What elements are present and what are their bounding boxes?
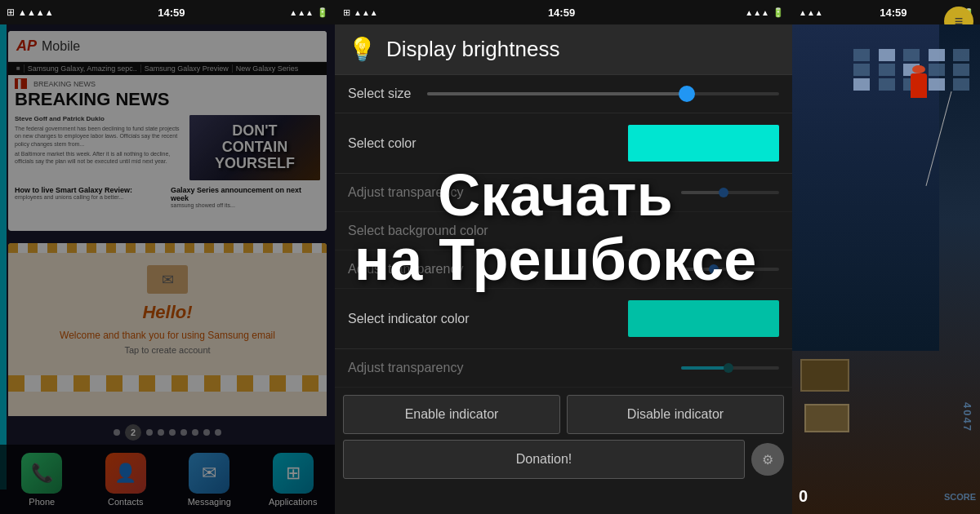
dot-9[interactable]	[215, 429, 221, 436]
android-icon: ⊞	[7, 7, 15, 18]
battery-icon-left: 🔋	[317, 7, 328, 18]
messaging-symbol: ✉	[202, 463, 216, 484]
window-12	[879, 78, 895, 91]
enable-indicator-button[interactable]: Enable indicator	[343, 395, 560, 434]
mobile-label: Mobile	[42, 39, 80, 54]
ap-logo: AP	[16, 38, 37, 55]
gear-icon: ⚙	[762, 452, 773, 467]
select-color-row: Select color	[335, 113, 792, 174]
window-2	[879, 49, 895, 61]
transparency-slider-1[interactable]	[681, 191, 779, 194]
news-text-block: Steve Goff and Patrick Duklo The federal…	[15, 115, 185, 180]
bulb-icon: 💡	[348, 36, 376, 63]
transparency-thumb-3[interactable]	[724, 363, 733, 373]
window-14	[929, 78, 945, 91]
transparency-slider-fill-3	[681, 366, 725, 370]
status-time-right: 14:59	[880, 7, 906, 19]
news-card[interactable]: AP Mobile ■ Samsung Galaxy, Amazing sepc…	[8, 31, 327, 231]
window-4	[929, 49, 945, 61]
dock-contacts[interactable]: 👤 Contacts	[93, 453, 158, 507]
color-swatch[interactable]	[628, 125, 779, 162]
transparency-thumb-1[interactable]	[719, 188, 728, 197]
dock-contacts-label: Contacts	[108, 497, 143, 507]
indicator-color-swatch[interactable]	[628, 300, 779, 337]
email-welcome: Welcome and thank you for using Samsung …	[20, 330, 314, 341]
article-body-2: at Baltimore market this week. After it …	[15, 150, 185, 165]
right-panel: ▲▲▲ 14:59 🔋 ≡	[792, 0, 980, 514]
adjust-transparency-label-1: Adjust transparency	[348, 185, 463, 200]
email-tap[interactable]: Tap to create account	[20, 345, 314, 355]
dot-3[interactable]	[146, 429, 153, 436]
apps-symbol: ⊞	[286, 463, 301, 484]
bottom-dock: 📞 Phone 👤 Contacts ✉ Messaging ⊞ Applica…	[0, 445, 335, 514]
signal-icon-mid-r: ▲▲▲	[745, 8, 769, 17]
news-image-text: DON'TCONTAINYOURSELF	[215, 123, 295, 171]
dock-messaging[interactable]: ✉ Messaging	[176, 453, 242, 507]
status-bar-mid: ⊞ ▲▲▲ 14:59 ▲▲▲ 🔋	[335, 0, 792, 24]
dock-applications-label: Applications	[269, 497, 317, 507]
settings-buttons: Enable indicator Disable indicator	[335, 388, 792, 441]
dot-4[interactable]	[158, 429, 164, 436]
game-box-1	[800, 359, 849, 392]
status-icons-left: ⊞ ▲▲▲▲	[7, 7, 54, 18]
transparency-slider-2[interactable]	[681, 268, 779, 271]
transparency-thumb-2[interactable]	[709, 264, 719, 274]
window-15	[953, 78, 969, 91]
messaging-icon[interactable]: ✉	[189, 453, 229, 494]
dot-1[interactable]	[114, 429, 120, 436]
apps-icon[interactable]: ⊞	[273, 453, 314, 494]
news-tab-new: New Galaxy Series	[233, 64, 302, 73]
article-body: The federal government has been declinin…	[15, 125, 185, 147]
dock-messaging-label: Messaging	[188, 497, 231, 507]
dot-5[interactable]	[169, 429, 176, 436]
news-bottom-title-2: Galaxy Series announcement on next week	[171, 186, 320, 202]
size-slider-container[interactable]	[427, 92, 779, 95]
breaking-sub: BREAKING NEWS	[33, 80, 96, 88]
select-indicator-color-row: Select indicator color	[335, 289, 792, 349]
window-3	[903, 49, 920, 61]
contacts-icon[interactable]: 👤	[105, 453, 146, 494]
breaking-label: ▌	[15, 78, 27, 89]
dot-6[interactable]	[180, 429, 187, 436]
breaking-title: BREAKING NEWS	[15, 91, 320, 109]
phone-icon[interactable]: 📞	[21, 453, 62, 494]
size-slider-thumb[interactable]	[679, 86, 695, 102]
email-card[interactable]: ✉ Hello! Welcome and thank you for using…	[8, 243, 327, 416]
dots-bar: 2	[0, 424, 335, 441]
brightness-title: Display brightness	[386, 37, 559, 62]
game-box-2	[804, 404, 849, 432]
dot-8[interactable]	[203, 429, 210, 436]
window-1	[853, 49, 870, 61]
breaking-news-section: ▌ BREAKING NEWS BREAKING NEWS	[8, 75, 327, 112]
android-icon-mid: ⊞	[343, 7, 350, 18]
select-indicator-color-label: Select indicator color	[348, 312, 470, 326]
news-image-block: DON'TCONTAINYOURSELF	[189, 115, 320, 180]
window-7	[879, 64, 895, 76]
news-tab-1[interactable]: ■	[13, 64, 24, 73]
disable-indicator-button[interactable]: Disable indicator	[567, 395, 784, 434]
select-color-label: Select color	[348, 136, 416, 151]
email-icon: ✉	[147, 265, 188, 294]
donation-row: Donation! ⚙	[335, 440, 792, 485]
dot-7[interactable]	[192, 429, 198, 436]
dot-badge[interactable]: 2	[125, 424, 141, 441]
status-time-left: 14:59	[158, 7, 185, 19]
transparency-slider-fill-1	[681, 191, 720, 194]
score-label: SCORE	[944, 492, 976, 502]
contacts-symbol: 👤	[114, 463, 136, 484]
size-slider-fill	[427, 92, 691, 95]
signal-icon-left: ▲▲▲	[289, 8, 314, 17]
transparency-slider-3[interactable]	[681, 366, 779, 370]
news-bottom-text-1: employees and unions calling for a bette…	[15, 194, 164, 200]
settings-body: Select size Select color Adjust transpar…	[335, 75, 792, 388]
news-header: AP Mobile	[8, 31, 327, 62]
news-tab-samsung: Samsung Galaxy, Amazing sepc..	[24, 64, 141, 73]
status-icons-mid-left: ⊞ ▲▲▲	[343, 7, 378, 18]
dock-phone[interactable]: 📞 Phone	[9, 453, 74, 507]
donation-button[interactable]: Donation!	[343, 440, 745, 479]
news-bottom-text-2: samsung showed off its...	[171, 202, 320, 208]
adjust-transparency-row-1: Adjust transparency	[335, 174, 792, 212]
news-bottom: How to live Smart Galaxy Review: employe…	[8, 184, 327, 210]
dock-applications[interactable]: ⊞ Applications	[261, 453, 326, 507]
score-value: 0	[799, 487, 808, 506]
